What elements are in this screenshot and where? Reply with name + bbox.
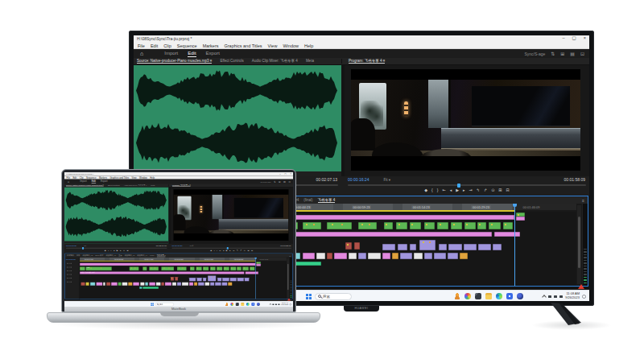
program-playhead[interactable]: [457, 184, 460, 188]
sequence-tab[interactable]: 成品物料_v1: [105, 254, 116, 257]
timeline-clip-green[interactable]: [410, 222, 421, 229]
transport-button-icon[interactable]: ◂: [450, 188, 452, 192]
timeline-clip-purple[interactable]: [222, 278, 229, 281]
timeline-clip-green[interactable]: [217, 266, 222, 270]
timeline-clip-purple[interactable]: [198, 283, 204, 286]
progress-icon[interactable]: ▤: [570, 51, 575, 56]
timeline-clip-brick[interactable]: [175, 277, 178, 281]
panel-tab[interactable]: Program: 飞书专享 4 ≡: [172, 184, 191, 187]
transport-button-icon[interactable]: ◆: [210, 250, 212, 252]
timeline-clip-purple[interactable]: [230, 278, 237, 281]
notification-bell-icon[interactable]: [582, 295, 586, 299]
timeline-playhead[interactable]: [255, 258, 256, 299]
menu-sequence[interactable]: Sequence: [86, 176, 96, 179]
start-button[interactable]: [151, 303, 154, 306]
maximize-button[interactable]: ▢: [284, 172, 287, 175]
transport-button-icon[interactable]: ◂: [223, 250, 224, 252]
sequence-tab[interactable]: 成品物料_v2: [83, 254, 93, 257]
timeline-clip-green[interactable]: [464, 222, 476, 229]
sequence-tab[interactable]: 成品物料_v4: [137, 254, 147, 257]
tray-chevron-icon[interactable]: [270, 303, 272, 306]
transport-button-icon[interactable]: }: [437, 188, 439, 192]
track-toggle-icon[interactable]: [68, 266, 69, 267]
menu-help[interactable]: Help: [150, 176, 155, 179]
timeline-clip-purple[interactable]: [400, 253, 412, 259]
transport-button-icon[interactable]: ▶: [117, 250, 118, 252]
panel-tab[interactable]: Meta: [306, 59, 314, 64]
timeline-clip-brick[interactable]: [345, 242, 352, 250]
wifi-icon[interactable]: [273, 303, 275, 305]
track-toggle-icon[interactable]: [71, 281, 72, 282]
timeline-clip-purple[interactable]: [439, 244, 447, 250]
taskbar-app-icon-file-explorer[interactable]: [485, 293, 492, 299]
panel-tab[interactable]: Source: Native-producer-Piano muscles.mp…: [66, 184, 104, 187]
track-header-row[interactable]: [67, 270, 80, 271]
timeline-clip-green[interactable]: [489, 222, 500, 229]
transport-button-icon[interactable]: ⊙: [123, 250, 125, 252]
volume-icon[interactable]: [554, 295, 557, 298]
timeline-scrollbar-thumb[interactable]: [578, 217, 580, 268]
timeline-clip-white[interactable]: [368, 253, 380, 259]
timeline-clip-brick[interactable]: [354, 242, 360, 250]
transport-button-icon[interactable]: {: [431, 188, 433, 192]
timeline-clip-purple[interactable]: [448, 244, 461, 250]
taskbar-app-icon-dark-app[interactable]: [475, 293, 481, 299]
timeline-clip-green[interactable]: [437, 222, 448, 229]
timeline-clip-brick[interactable]: [171, 277, 174, 281]
timeline-clip-orange[interactable]: [228, 283, 232, 286]
track-toggle-icon[interactable]: [67, 278, 68, 279]
track-toggle-icon[interactable]: [68, 274, 69, 274]
transport-button-icon[interactable]: }: [217, 250, 217, 252]
timeline-clip-teal[interactable]: [140, 287, 142, 289]
menu-edit[interactable]: Edit: [72, 176, 76, 179]
timeline-clip-purple[interactable]: [410, 244, 416, 250]
track-toggle-icon[interactable]: [71, 266, 72, 267]
taskbar-app-icon-browser[interactable]: [517, 293, 523, 299]
timeline-clip-purple[interactable]: [419, 240, 435, 250]
timeline-clip-green[interactable]: [243, 266, 249, 270]
panel-tab[interactable]: Audio Clip Mixer: 飞书专享 4: [124, 184, 147, 187]
transport-button-icon[interactable]: {: [108, 250, 109, 252]
progress-icon[interactable]: ▤: [283, 180, 286, 184]
timeline-clip-white[interactable]: [140, 283, 144, 286]
timeline-clip-pink[interactable]: M 低音人声合成已锁定: [80, 271, 244, 274]
timeline-clip-purple[interactable]: [237, 278, 244, 281]
sequence-tab[interactable]: 立春: [118, 254, 122, 257]
menu-file[interactable]: File: [138, 43, 145, 48]
menu-graphics-and-titles[interactable]: Graphics and Titles: [109, 176, 129, 179]
timeline-clip-pink[interactable]: [382, 253, 390, 259]
timeline-clip-pink[interactable]: [111, 283, 118, 286]
timeline-clip-purple[interactable]: [464, 244, 477, 250]
transport-button-icon[interactable]: ↱: [240, 250, 242, 252]
transport-button-icon[interactable]: ▶: [226, 250, 228, 252]
transport-button-icon[interactable]: ◂: [114, 250, 114, 252]
timeline-clip-green[interactable]: [396, 222, 407, 229]
timeline-clip-purple[interactable]: [434, 253, 446, 259]
timeline-clip-green[interactable]: [477, 222, 486, 229]
timeline-clip-green[interactable]: [327, 222, 352, 229]
timeline-clip-green[interactable]: [358, 222, 378, 229]
timeline-clip-green[interactable]: [196, 266, 202, 270]
timeline-clip-pink[interactable]: [80, 263, 255, 266]
menu-edit[interactable]: Edit: [151, 43, 158, 48]
timeline-clip-pink[interactable]: [165, 283, 171, 286]
timeline-clip-pink[interactable]: [189, 283, 193, 286]
transport-button-icon[interactable]: ⇤: [219, 250, 221, 252]
header-tab-import[interactable]: Import: [80, 180, 87, 184]
timeline-clip-white[interactable]: [172, 283, 176, 286]
timeline-clip-purple[interactable]: [203, 278, 206, 281]
track-toggle-icon[interactable]: [67, 274, 68, 274]
timeline-playhead[interactable]: [514, 204, 515, 286]
timeline-clip-green[interactable]: [224, 266, 229, 270]
timeline-clip-purple[interactable]: [196, 278, 201, 281]
timeline-clip-purple[interactable]: [478, 244, 490, 250]
menu-sequence[interactable]: Sequence: [177, 43, 197, 48]
timeline-clip-green[interactable]: [142, 266, 147, 270]
menu-view[interactable]: View: [132, 176, 137, 179]
transport-button-icon[interactable]: ⊞: [498, 188, 502, 192]
transport-button-icon[interactable]: ▶: [456, 188, 459, 192]
panel-tab[interactable]: Effect Controls: [108, 184, 120, 187]
timeline-clip-orange[interactable]: [194, 283, 197, 286]
transport-button-icon[interactable]: ⇤: [442, 188, 445, 192]
track-header-row[interactable]: [67, 278, 80, 279]
